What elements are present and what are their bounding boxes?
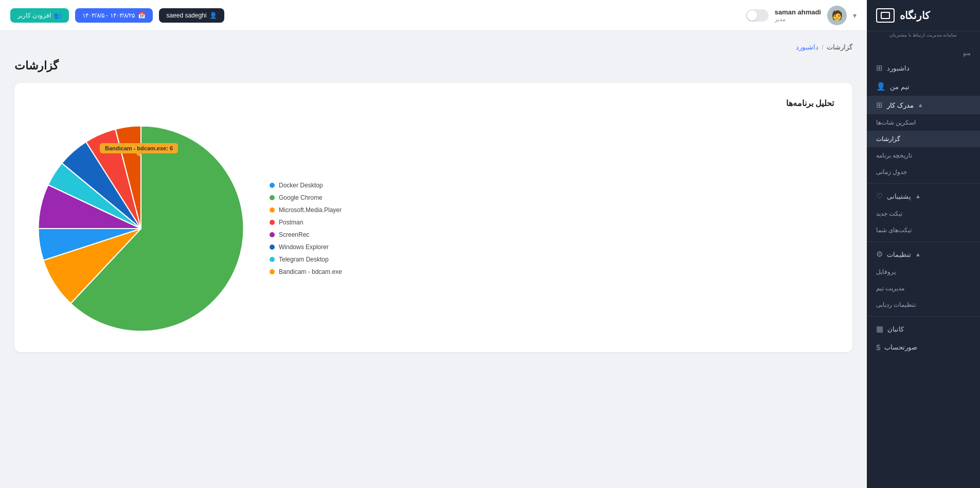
- pie-segments: [39, 126, 244, 332]
- page-title: گزارشات: [14, 59, 58, 73]
- topbar-chevron-icon[interactable]: ▾: [853, 11, 857, 20]
- legend-item-postman: Postman: [270, 219, 372, 226]
- sidebar-item-timeline[interactable]: جدول زمانی: [867, 164, 980, 180]
- breadcrumb-home[interactable]: داشبورد: [796, 43, 818, 51]
- chart-card: تحلیل برنامه‌ها Docker Desktop Google Ch…: [14, 83, 852, 352]
- sidebar-item-label: اسکرین شات‌ها: [876, 119, 916, 126]
- pie-tooltip: 6 :Bandicam - bdcam.exe: [100, 143, 178, 153]
- sidebar: کارنگاه سامانه مدیریت ارتباط با مشتریان …: [867, 0, 980, 488]
- sidebar-divider-3: [867, 316, 980, 317]
- sidebar-divider-1: [867, 183, 980, 184]
- dashboard-icon: ⊞: [876, 63, 883, 73]
- invoice-icon: $: [876, 343, 880, 352]
- topbar-user-info: saman ahmadi مدیر: [775, 8, 821, 23]
- sidebar-item-label: داشبورد: [887, 64, 910, 72]
- settings-icon: ⚙: [876, 250, 883, 259]
- legend-label-postman: Postman: [279, 219, 303, 226]
- sidebar-item-label: جدول زمانی: [876, 168, 907, 176]
- sidebar-item-label: گزارشات: [876, 135, 900, 143]
- sidebar-item-label: پشتیبانی: [887, 193, 911, 200]
- sidebar-item-label: تنظیمات ردیابی: [876, 301, 916, 308]
- legend-dot-media: [270, 207, 275, 213]
- add-user-icon: 👥: [54, 12, 62, 19]
- add-user-button[interactable]: 👥 افزودن کاربر: [10, 8, 69, 23]
- main-area: ▾ 🧑 saman ahmadi مدیر 👤 saeed sadeghi 📅 …: [0, 0, 867, 488]
- legend-item-windows-explorer: Windows Explorer: [270, 243, 372, 251]
- chevron-up-icon-settings: ▲: [915, 251, 921, 257]
- legend-label-telegram: Telegram Desktop: [279, 256, 329, 263]
- breadcrumb-current: گزارشات: [827, 43, 852, 51]
- legend-item-media: Microsoft.Media.Player: [270, 206, 372, 214]
- sidebar-item-label: تیکت‌های شما: [876, 226, 912, 234]
- sidebar-item-kanban[interactable]: کانبان ▦: [867, 320, 980, 338]
- user-select-label: saeed sadeghi: [166, 12, 206, 19]
- sidebar-item-work-record[interactable]: ▲ مدرک کار ⊞: [867, 96, 980, 114]
- kanban-icon: ▦: [876, 324, 883, 334]
- sidebar-item-label: تیکت جدید: [876, 210, 902, 217]
- legend-label-bandicam: Bandicam - bdcam.exe: [279, 268, 342, 275]
- topbar-toggle[interactable]: [746, 9, 769, 22]
- sidebar-item-dashboard[interactable]: داشبورد ⊞: [867, 59, 980, 77]
- legend-dot-telegram: [270, 257, 275, 262]
- user-select-icon: 👤: [209, 12, 217, 19]
- sidebar-item-settings[interactable]: ▲ تنظیمات ⚙: [867, 245, 980, 264]
- sidebar-item-reports[interactable]: گزارشات: [867, 131, 980, 147]
- legend-dot-docker: [270, 183, 275, 188]
- sidebar-section-menu: منو: [867, 42, 980, 59]
- support-icon: ♡: [876, 191, 883, 201]
- legend-item-chrome: Google Chrome: [270, 194, 372, 201]
- sidebar-item-label: صورتحساب: [884, 343, 917, 351]
- legend-dot-chrome: [270, 195, 275, 200]
- breadcrumb: گزارشات / داشبورد: [14, 43, 852, 51]
- logo-text: کارنگاه: [900, 9, 930, 22]
- date-range-button[interactable]: 📅 ۱۴۰۳/۸/۲۵ - ۱۴۰۳/۸/۵: [75, 8, 153, 23]
- sidebar-item-screenshots[interactable]: اسکرین شات‌ها: [867, 114, 980, 131]
- pie-chart-container: 6 :Bandicam - bdcam.exe: [33, 120, 249, 337]
- chevron-up-icon-support: ▲: [915, 193, 921, 199]
- sidebar-item-invoice[interactable]: صورتحساب $: [867, 338, 980, 356]
- legend-dot-postman: [270, 220, 275, 225]
- legend-dot-windows-explorer: [270, 245, 275, 250]
- legend-label-docker: Docker Desktop: [279, 182, 323, 189]
- team-icon: 👤: [876, 82, 886, 91]
- sidebar-item-label: پروفایل: [876, 268, 896, 275]
- legend-label-media: Microsoft.Media.Player: [279, 206, 342, 214]
- sidebar-logo: کارنگاه: [867, 0, 980, 31]
- legend-item-bandicam: Bandicam - bdcam.exe: [270, 268, 372, 275]
- chart-legend: Docker Desktop Google Chrome Microsoft.M…: [270, 182, 372, 275]
- sidebar-item-label: تاریخچه برنامه: [876, 152, 912, 159]
- avatar: 🧑: [827, 6, 847, 25]
- logo-icon: [876, 8, 895, 23]
- legend-item-screenrec: ScreenRec: [270, 231, 372, 238]
- page-header: گزارشات: [14, 59, 852, 73]
- sidebar-item-label: تیم من: [890, 83, 910, 91]
- logo-subtitle: سامانه مدیریت ارتباط با مشتریان: [867, 31, 980, 42]
- sidebar-item-support[interactable]: ▲ پشتیبانی ♡: [867, 187, 980, 205]
- sidebar-item-my-team[interactable]: تیم من 👤: [867, 77, 980, 96]
- legend-dot-screenrec: [270, 232, 275, 237]
- user-select-button[interactable]: 👤 saeed sadeghi: [159, 8, 224, 23]
- sidebar-divider-2: [867, 241, 980, 242]
- sidebar-item-team-management[interactable]: مدیریت تیم: [867, 280, 980, 297]
- sidebar-item-label: مدیریت تیم: [876, 285, 904, 292]
- calendar-icon: 📅: [138, 12, 146, 19]
- sidebar-item-new-ticket[interactable]: تیکت جدید: [867, 205, 980, 222]
- content-area: گزارشات / داشبورد گزارشات تحلیل برنامه‌ه…: [0, 31, 867, 488]
- chart-section: Docker Desktop Google Chrome Microsoft.M…: [33, 120, 834, 337]
- topbar-toggle-knob: [747, 10, 757, 21]
- topbar: ▾ 🧑 saman ahmadi مدیر 👤 saeed sadeghi 📅 …: [0, 0, 867, 31]
- add-user-label: افزودن کاربر: [17, 12, 51, 19]
- legend-dot-bandicam: [270, 269, 275, 274]
- sidebar-item-app-history[interactable]: تاریخچه برنامه: [867, 147, 980, 164]
- topbar-username: saman ahmadi: [775, 8, 821, 16]
- topbar-role: مدیر: [775, 16, 786, 23]
- sidebar-item-profile[interactable]: پروفایل: [867, 264, 980, 280]
- legend-item-docker: Docker Desktop: [270, 182, 372, 189]
- chart-section-title: تحلیل برنامه‌ها: [33, 98, 834, 108]
- chevron-up-icon: ▲: [918, 102, 923, 108]
- breadcrumb-separator: /: [822, 43, 824, 51]
- legend-label-screenrec: ScreenRec: [279, 231, 309, 238]
- sidebar-item-my-tickets[interactable]: تیکت‌های شما: [867, 222, 980, 238]
- sidebar-item-label: تنظیمات: [887, 251, 911, 258]
- sidebar-item-tracking-settings[interactable]: تنظیمات ردیابی: [867, 297, 980, 313]
